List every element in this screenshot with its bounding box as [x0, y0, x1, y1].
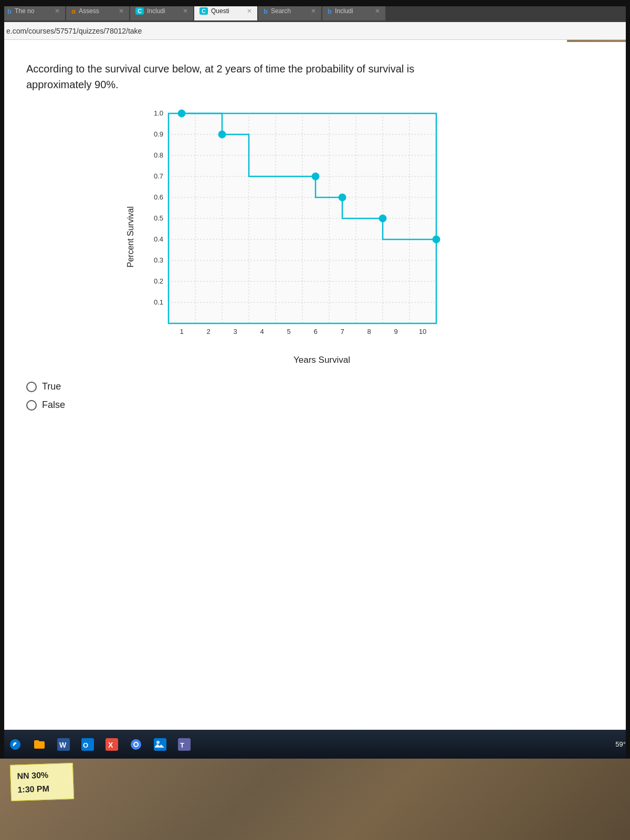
sticky-note: NN 30% 1:30 PM [10, 763, 74, 801]
taskbar-teams-icon[interactable]: T [173, 733, 195, 755]
answer-true[interactable]: True [26, 381, 604, 392]
svg-text:O: O [83, 741, 88, 749]
answer-options: True False [26, 381, 604, 411]
browser-content: According to the survival curve below, a… [0, 40, 630, 746]
svg-text:1.0: 1.0 [154, 109, 163, 117]
svg-text:2: 2 [206, 328, 210, 335]
tab-icon-4: C [200, 7, 208, 15]
svg-rect-54 [154, 738, 166, 751]
address-bar[interactable]: e.com/courses/57571/quizzes/78012/take [0, 22, 630, 40]
tab-close-6[interactable]: ✕ [375, 7, 380, 15]
chart-wrapper: Percent Survival [126, 108, 504, 365]
tab-close-5[interactable]: ✕ [311, 7, 316, 15]
svg-point-39 [178, 110, 185, 117]
svg-text:3: 3 [233, 328, 237, 335]
svg-text:1: 1 [180, 328, 183, 335]
taskbar: W O X T 59° [0, 730, 630, 759]
svg-text:0.9: 0.9 [154, 130, 163, 138]
desk-area: NN 30% 1:30 PM [0, 759, 630, 840]
screen-bezel-right [626, 0, 630, 759]
radio-false[interactable] [26, 400, 37, 411]
svg-text:0.7: 0.7 [154, 172, 163, 180]
tab-icon-6: b [328, 7, 332, 15]
taskbar-outlook-icon[interactable]: O [77, 733, 99, 755]
chart-svg: 1.0 0.9 0.8 0.7 0.6 0.5 0.4 0.3 0.2 0.1 … [140, 108, 444, 350]
taskbar-photos-icon[interactable] [149, 733, 171, 755]
tab-label-1: The no [15, 7, 51, 15]
svg-text:9: 9 [394, 328, 397, 335]
svg-text:T: T [180, 741, 184, 749]
tab-label-4: Questi [211, 7, 244, 15]
taskbar-edge-icon[interactable] [4, 733, 26, 755]
chart-area: 1.0 0.9 0.8 0.7 0.6 0.5 0.4 0.3 0.2 0.1 … [140, 108, 504, 365]
tab-label-2: Assess [79, 7, 116, 15]
svg-text:0.6: 0.6 [154, 193, 163, 201]
tab-icon-3: C [135, 7, 144, 15]
address-text: e.com/courses/57571/quizzes/78012/take [6, 27, 142, 35]
svg-text:0.1: 0.1 [154, 298, 163, 306]
survival-chart: Percent Survival [126, 108, 504, 365]
tab-close-4[interactable]: ✕ [247, 7, 252, 15]
weather-temp: 59° [615, 740, 626, 748]
svg-point-41 [312, 173, 319, 180]
svg-text:0.4: 0.4 [154, 235, 163, 243]
taskbar-time: 59° [615, 740, 626, 748]
svg-text:6: 6 [313, 328, 317, 335]
svg-text:5: 5 [287, 328, 290, 335]
tab-close-2[interactable]: ✕ [119, 7, 124, 15]
tab-close-1[interactable]: ✕ [55, 7, 60, 15]
radio-true[interactable] [26, 382, 37, 392]
svg-text:0.8: 0.8 [154, 151, 163, 159]
svg-point-43 [379, 215, 386, 222]
tab-label-6: Includi [335, 7, 372, 15]
taskbar-x-icon[interactable]: X [101, 733, 123, 755]
svg-text:8: 8 [367, 328, 371, 335]
svg-point-42 [339, 194, 346, 201]
answer-true-label: True [42, 381, 61, 392]
x-axis-label: Years Survival [140, 355, 504, 365]
tab-close-3[interactable]: ✕ [183, 7, 188, 15]
chart-svg-wrapper: 1.0 0.9 0.8 0.7 0.6 0.5 0.4 0.3 0.2 0.1 … [140, 108, 504, 352]
tab-label-3: Includi [147, 7, 180, 15]
svg-text:X: X [108, 741, 113, 749]
svg-point-55 [156, 741, 160, 744]
svg-point-53 [134, 743, 138, 746]
tab-icon-1: b [7, 7, 12, 15]
svg-text:10: 10 [419, 328, 426, 335]
answer-false-label: False [42, 400, 65, 411]
svg-point-44 [433, 236, 440, 243]
answer-false[interactable]: False [26, 400, 604, 411]
y-axis-label: Percent Survival [126, 206, 135, 268]
svg-text:4: 4 [260, 328, 264, 335]
svg-text:0.2: 0.2 [154, 277, 163, 285]
sticky-line-2: 1:30 PM [17, 781, 67, 796]
svg-text:0.5: 0.5 [154, 214, 163, 222]
screen-bezel-left [0, 0, 4, 759]
question-text: According to the survival curve below, a… [26, 61, 457, 92]
tab-icon-5: b [264, 7, 268, 15]
tab-label-5: Search [271, 7, 308, 15]
svg-text:W: W [59, 741, 67, 749]
taskbar-folder-icon[interactable] [28, 733, 50, 755]
screen-bezel-top [0, 0, 630, 6]
taskbar-word-icon[interactable]: W [52, 733, 75, 755]
taskbar-chrome-icon[interactable] [125, 733, 147, 755]
svg-point-40 [218, 131, 226, 138]
sticky-line-1: NN 30% [17, 768, 67, 783]
svg-text:7: 7 [340, 328, 344, 335]
svg-text:0.3: 0.3 [154, 256, 163, 264]
tab-icon-2: α [71, 7, 76, 15]
